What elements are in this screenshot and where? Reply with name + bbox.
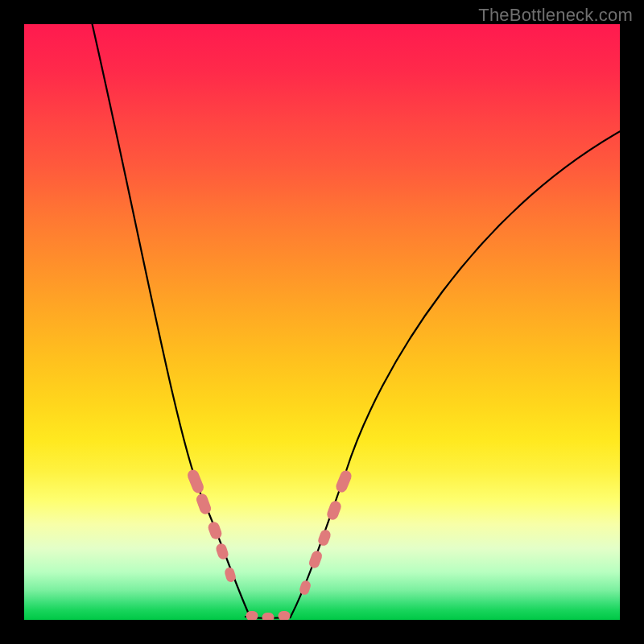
data-marker — [299, 580, 312, 597]
data-marker — [215, 542, 230, 560]
data-marker — [279, 611, 291, 620]
chart-svg — [24, 24, 620, 620]
data-marker — [246, 611, 258, 620]
curve-group — [89, 24, 620, 618]
chart-frame: TheBottleneck.com — [0, 0, 644, 644]
data-marker — [207, 520, 224, 540]
data-marker — [334, 469, 353, 493]
data-marker — [195, 492, 213, 515]
data-marker — [316, 528, 332, 547]
left-curve — [89, 24, 250, 616]
data-marker — [262, 613, 275, 620]
marker-group — [186, 468, 353, 620]
data-marker — [186, 468, 205, 494]
data-marker — [308, 549, 324, 569]
watermark-text: TheBottleneck.com — [478, 5, 633, 26]
right-curve — [290, 125, 620, 618]
data-marker — [325, 499, 342, 521]
plot-area — [24, 24, 620, 620]
